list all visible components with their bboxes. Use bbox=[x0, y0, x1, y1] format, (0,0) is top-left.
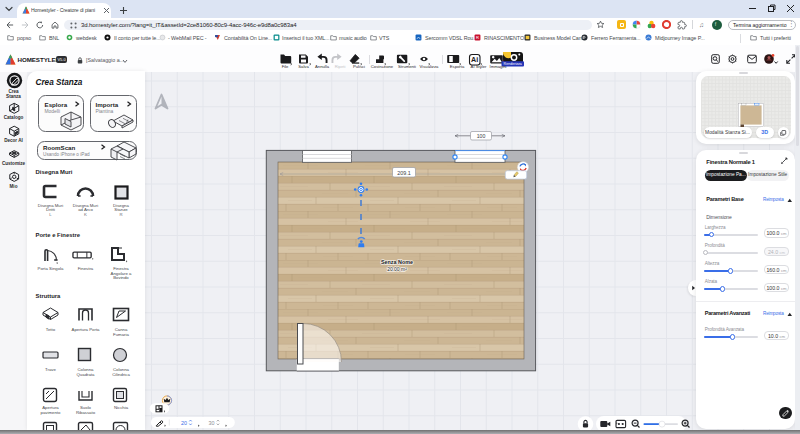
svg-text:20.00 m²: 20.00 m² bbox=[387, 266, 407, 272]
svg-text:30: 30 bbox=[209, 420, 215, 426]
svg-text:R: R bbox=[476, 35, 479, 40]
svg-text:100: 100 bbox=[477, 133, 486, 139]
svg-text:209.1: 209.1 bbox=[397, 170, 411, 176]
svg-text:Senza Nome: Senza Nome bbox=[381, 259, 413, 265]
svg-text:20: 20 bbox=[181, 420, 187, 426]
svg-text:Ai: Ai bbox=[471, 55, 478, 64]
